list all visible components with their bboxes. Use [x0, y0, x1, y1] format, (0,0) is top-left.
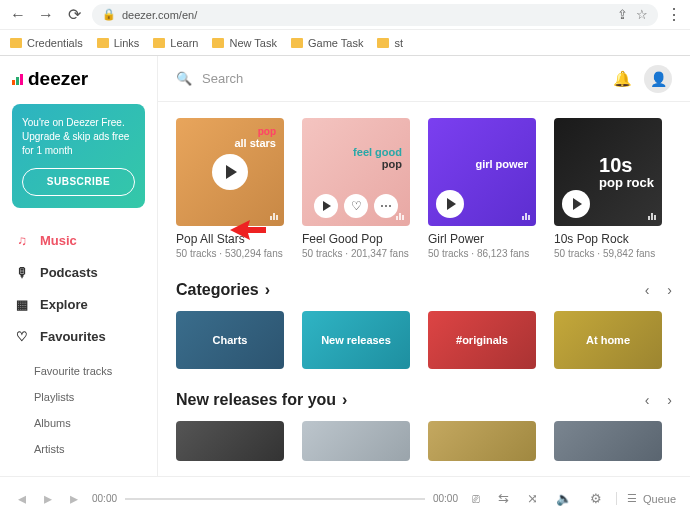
folder-icon — [97, 38, 109, 48]
url-text: deezer.com/en/ — [122, 9, 197, 21]
equalizer-icon — [396, 213, 404, 220]
avatar[interactable]: 👤 — [644, 65, 672, 93]
bookmark-item[interactable]: Learn — [153, 37, 198, 49]
shuffle-icon[interactable]: ⤨ — [523, 491, 542, 506]
favourite-button[interactable]: ♡ — [344, 194, 368, 218]
main-content: popall stars Pop All Stars 50 tracks · 5… — [158, 102, 690, 476]
topbar: 🔍 Search 🔔 👤 — [158, 56, 690, 102]
sidebar: deezer You're on Deezer Free. Upgrade & … — [0, 56, 158, 476]
mic-icon: 🎙 — [14, 264, 30, 280]
address-bar[interactable]: 🔒 deezer.com/en/ ⇪ ☆ — [92, 4, 658, 26]
search-input[interactable]: 🔍 Search — [176, 71, 601, 86]
nav-favourites[interactable]: ♡Favourites — [12, 320, 145, 352]
deezer-logo[interactable]: deezer — [12, 68, 145, 90]
subnav-artists[interactable]: Artists — [34, 436, 145, 462]
playlist-cover: popall stars — [176, 118, 284, 226]
queue-icon: ☰ — [627, 492, 637, 505]
nav-music[interactable]: ♫Music — [12, 224, 145, 256]
browser-toolbar: ← → ⟳ 🔒 deezer.com/en/ ⇪ ☆ ⋮ — [0, 0, 690, 30]
playlist-subtitle: 50 tracks · 86,123 fans — [428, 248, 536, 259]
subnav-favourite-tracks[interactable]: Favourite tracks — [34, 358, 145, 384]
volume-icon[interactable]: 🔈 — [552, 491, 576, 506]
folder-icon — [153, 38, 165, 48]
heart-icon: ♡ — [14, 328, 30, 344]
bookmark-item[interactable]: New Task — [212, 37, 276, 49]
equalizer-icon — [522, 213, 530, 220]
bookmark-item[interactable]: Credentials — [10, 37, 83, 49]
search-placeholder: Search — [202, 71, 243, 86]
repeat-icon[interactable]: ⇆ — [494, 491, 513, 506]
play-pause-button[interactable]: ▸ — [40, 489, 56, 508]
bookmarks-bar: Credentials Links Learn New Task Game Ta… — [0, 30, 690, 56]
notifications-icon[interactable]: 🔔 — [613, 70, 632, 88]
browser-menu-icon[interactable]: ⋮ — [666, 5, 682, 24]
back-button[interactable]: ← — [8, 5, 28, 25]
elapsed-time: 00:00 — [92, 493, 117, 504]
subnav-playlists[interactable]: Playlists — [34, 384, 145, 410]
scroll-left-button[interactable]: ‹ — [645, 392, 650, 408]
play-button[interactable] — [436, 190, 464, 218]
playlist-card[interactable]: 10spop rock 10s Pop Rock 50 tracks · 59,… — [554, 118, 662, 259]
bookmark-item[interactable]: st — [377, 37, 403, 49]
prev-track-button[interactable]: ◂ — [14, 489, 30, 508]
folder-icon — [377, 38, 389, 48]
scroll-right-button[interactable]: › — [667, 282, 672, 298]
nav-podcasts[interactable]: 🎙Podcasts — [12, 256, 145, 288]
playlist-card[interactable]: feel goodpop ♡ ⋯ Feel Good Pop 50 tracks… — [302, 118, 410, 259]
equalizer-icon — [648, 213, 656, 220]
seek-bar[interactable] — [125, 498, 425, 500]
playlist-card[interactable]: girl power Girl Power 50 tracks · 86,123… — [428, 118, 536, 259]
bookmark-item[interactable]: Links — [97, 37, 140, 49]
bookmark-item[interactable]: Game Task — [291, 37, 363, 49]
favourites-subnav: Favourite tracks Playlists Albums Artist… — [12, 358, 145, 462]
category-card[interactable]: Charts — [176, 311, 284, 369]
playlist-card[interactable]: popall stars Pop All Stars 50 tracks · 5… — [176, 118, 284, 259]
release-card[interactable] — [554, 421, 662, 461]
category-card[interactable]: At home — [554, 311, 662, 369]
folder-icon — [291, 38, 303, 48]
release-card[interactable] — [428, 421, 536, 461]
subnav-albums[interactable]: Albums — [34, 410, 145, 436]
promo-text: You're on Deezer Free. Upgrade & skip ad… — [22, 116, 135, 158]
search-icon: 🔍 — [176, 71, 192, 86]
forward-button[interactable]: → — [36, 5, 56, 25]
release-card[interactable] — [176, 421, 284, 461]
playlist-title: Feel Good Pop — [302, 232, 410, 246]
scroll-right-button[interactable]: › — [667, 392, 672, 408]
svg-marker-0 — [230, 220, 266, 240]
folder-icon — [212, 38, 224, 48]
playlist-subtitle: 50 tracks · 201,347 fans — [302, 248, 410, 259]
playlist-title: 10s Pop Rock — [554, 232, 662, 246]
release-card[interactable] — [302, 421, 410, 461]
chevron-right-icon: › — [265, 281, 270, 299]
play-button[interactable] — [562, 190, 590, 218]
playlist-cover: feel goodpop ♡ ⋯ — [302, 118, 410, 226]
queue-button[interactable]: ☰Queue — [616, 492, 676, 505]
promo-card: You're on Deezer Free. Upgrade & skip ad… — [12, 104, 145, 208]
playlist-cover: 10spop rock — [554, 118, 662, 226]
subscribe-button[interactable]: SUBSCRIBE — [22, 168, 135, 196]
lock-icon: 🔒 — [102, 8, 116, 21]
section-categories[interactable]: Categories› — [176, 281, 270, 299]
more-button[interactable]: ⋯ — [374, 194, 398, 218]
chevron-right-icon: › — [342, 391, 347, 409]
play-button[interactable] — [314, 194, 338, 218]
star-icon[interactable]: ☆ — [636, 7, 648, 22]
scroll-left-button[interactable]: ‹ — [645, 282, 650, 298]
play-button[interactable] — [212, 154, 248, 190]
category-card[interactable]: #originals — [428, 311, 536, 369]
equalizer-icon — [270, 213, 278, 220]
share-icon[interactable]: ⇪ — [617, 7, 628, 22]
settings-icon[interactable]: ⚙ — [586, 491, 606, 506]
chromecast-icon[interactable]: ⎚ — [468, 491, 484, 506]
nav-explore[interactable]: ▦Explore — [12, 288, 145, 320]
playlist-subtitle: 50 tracks · 530,294 fans — [176, 248, 284, 259]
folder-icon — [10, 38, 22, 48]
category-card[interactable]: New releases — [302, 311, 410, 369]
section-new-releases[interactable]: New releases for you› — [176, 391, 347, 409]
total-time: 00:00 — [433, 493, 458, 504]
next-track-button[interactable]: ▸ — [66, 489, 82, 508]
equalizer-icon — [12, 74, 23, 85]
grid-icon: ▦ — [14, 296, 30, 312]
reload-button[interactable]: ⟳ — [64, 5, 84, 25]
